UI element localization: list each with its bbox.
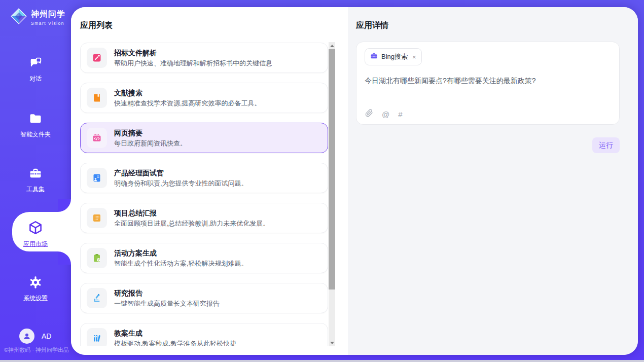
brand-logo: 神州问学 Smart Vision — [10, 8, 65, 27]
sidebar-item-smart-folder[interactable]: 智能文件夹 — [0, 112, 71, 139]
app-description: 一键智能生成高质量长文本研究报告 — [114, 300, 220, 308]
bubble-top-curve — [58, 199, 71, 212]
app-name: 项目总结汇报 — [114, 209, 269, 218]
app-name: 活动方案生成 — [114, 249, 248, 258]
app-description: 帮助用户快速、准确地理解和解析招标书中的关键信息 — [114, 59, 272, 67]
app-description: 明确身份和职责,为您提供专业性的面试问题。 — [114, 179, 248, 188]
brand-name: 神州问学 — [31, 9, 65, 20]
app-card-pm-interviewer[interactable]: 产品经理面试官 明确身份和职责,为您提供专业性的面试问题。 — [80, 163, 328, 193]
bubble-bottom-curve — [58, 251, 71, 265]
app-name: 招标文件解析 — [114, 49, 272, 57]
run-button[interactable]: 运行 — [592, 137, 620, 153]
folder-icon — [28, 112, 43, 128]
app-description: 每日政府新闻资讯快查。 — [114, 139, 187, 148]
app-card-project-summary[interactable]: 项目总结汇报 全面回顾项目进展,总结经验教训,助力未来优化发展。 — [80, 203, 328, 233]
app-name: 教案生成 — [114, 329, 236, 338]
hash-icon[interactable]: # — [398, 110, 402, 120]
app-name: 网页摘要 — [114, 129, 187, 137]
app-list-panel: 应用列表 招标文件解析 帮助用户快速、准确地理解和解析招标书中的关键信息 — [71, 7, 348, 355]
microscope-icon — [87, 288, 107, 308]
scrollbar-up-arrow-icon[interactable] — [329, 42, 335, 49]
tool-tag-label: Bing搜索 — [381, 52, 408, 61]
sidebar-item-settings[interactable]: 系统设置 — [0, 275, 71, 303]
browser-code-icon — [87, 128, 107, 148]
app-name: 产品经理面试官 — [114, 169, 248, 177]
app-card-event-plan[interactable]: 活动方案生成 智能生成个性化活动方案,轻松解决规划难题。 — [80, 243, 328, 273]
diamond-logo-icon — [10, 8, 27, 27]
user-initials: AD — [42, 332, 51, 340]
sidebar-item-label: 系统设置 — [23, 294, 48, 303]
user-avatar-icon — [19, 329, 34, 344]
query-text-input[interactable]: 今日湖北有哪些新闻要点?有哪些需要关注的最新政策? — [365, 76, 608, 86]
app-detail-title: 应用详情 — [356, 20, 388, 31]
app-detail-panel: 应用详情 Bing搜索 × 今日湖北有哪些新闻要点?有哪些需要关注的最新政 — [348, 7, 638, 355]
sidebar-item-label: 工具集 — [26, 185, 45, 194]
app-name: 文献搜索 — [114, 89, 261, 97]
composer-toolbar: @ # — [365, 109, 403, 120]
gear-icon — [28, 275, 43, 292]
briefcase-icon — [370, 52, 378, 62]
sidebar: 神州问学 Smart Vision 对话 智能文件夹 — [0, 0, 71, 362]
app-list-title: 应用列表 — [80, 20, 113, 31]
app-description: 模板驱动,教案秒成,教学准备从此轻松快捷 — [114, 340, 236, 346]
app-description: 快速精准查找学术资源,提高研究效率的必备工具。 — [114, 99, 261, 107]
interview-document-icon — [87, 168, 107, 188]
edit-document-icon — [87, 48, 107, 68]
bottom-edge-strip — [0, 360, 644, 362]
brand-subtitle: Smart Vision — [31, 21, 65, 26]
query-composer[interactable]: Bing搜索 × 今日湖北有哪些新闻要点?有哪些需要关注的最新政策? @ # — [356, 42, 620, 125]
main-content: 应用列表 招标文件解析 帮助用户快速、准确地理解和解析招标书中的关键信息 — [71, 7, 638, 355]
close-icon[interactable]: × — [412, 53, 416, 61]
app-description: 全面回顾项目进展,总结经验教训,助力未来优化发展。 — [114, 220, 269, 228]
app-card-lesson-plan[interactable]: 教案生成 模板驱动,教案秒成,教学准备从此轻松快捷 — [80, 323, 328, 346]
tool-tag-bing-search[interactable]: Bing搜索 × — [365, 48, 422, 65]
app-description: 智能生成个性化活动方案,轻松解决规划难题。 — [114, 260, 248, 268]
user-account[interactable]: AD — [19, 329, 51, 344]
sidebar-item-toolset[interactable]: 工具集 — [0, 166, 71, 194]
cube-icon — [28, 220, 43, 237]
mention-icon[interactable]: @ — [382, 110, 389, 120]
app-card-web-summary[interactable]: 网页摘要 每日政府新闻资讯快查。 — [80, 123, 328, 153]
sidebar-item-app-market[interactable]: 应用市场 — [0, 220, 71, 248]
app-list: 招标文件解析 帮助用户快速、准确地理解和解析招标书中的关键信息 文献搜索 快速精… — [80, 43, 328, 346]
paperclip-icon[interactable] — [365, 109, 373, 120]
clipboard-check-icon — [87, 248, 107, 268]
scrollbar-down-arrow-icon[interactable] — [329, 339, 335, 346]
books-icon — [87, 328, 107, 346]
app-name: 研究报告 — [114, 289, 220, 298]
app-card-research-report[interactable]: 研究报告 一键智能生成高质量长文本研究报告 — [80, 283, 328, 313]
app-window: 神州问学 Smart Vision 对话 智能文件夹 — [0, 0, 644, 362]
scrollbar-thumb[interactable] — [329, 49, 335, 289]
toolbox-icon — [28, 166, 43, 183]
app-list-scrollbar[interactable] — [329, 42, 335, 346]
sidebar-item-chat[interactable]: 对话 — [0, 56, 71, 83]
book-icon — [87, 88, 107, 108]
sidebar-item-label: 应用市场 — [23, 240, 48, 248]
app-card-bidding-analysis[interactable]: 招标文件解析 帮助用户快速、准确地理解和解析招标书中的关键信息 — [80, 43, 328, 73]
note-icon — [87, 208, 107, 228]
copyright-footer: ©神州数码 · 神州问学出品 — [4, 346, 69, 354]
app-card-literature-search[interactable]: 文献搜索 快速精准查找学术资源,提高研究效率的必备工具。 — [80, 83, 328, 113]
sidebar-item-label: 对话 — [29, 75, 42, 83]
chat-icon — [28, 56, 43, 72]
sidebar-item-label: 智能文件夹 — [20, 130, 51, 139]
